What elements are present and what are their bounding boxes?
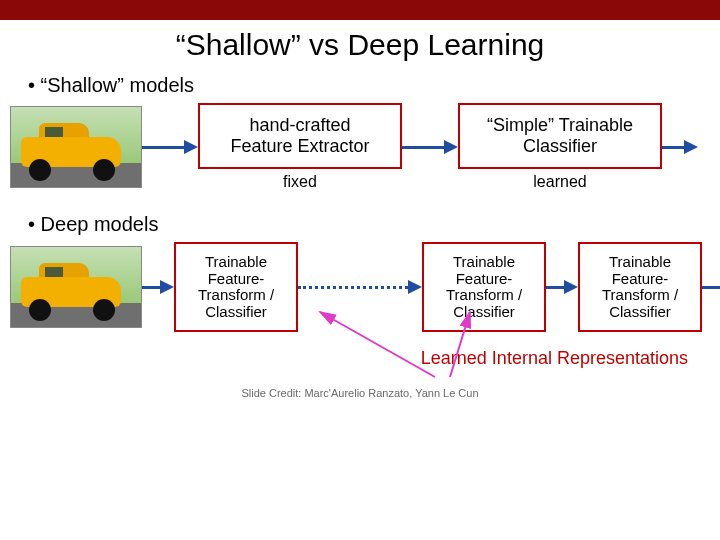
bullet-deep: Deep models	[28, 213, 720, 236]
deep-pipeline: Trainable Feature- Transform / Classifie…	[10, 242, 720, 332]
box-label: Transform /	[176, 287, 296, 304]
box-label: Feature-	[580, 271, 700, 288]
arrow-icon	[142, 280, 174, 294]
box-label: “Simple” Trainable	[460, 115, 660, 136]
box-classifier: “Simple” Trainable Classifier	[458, 103, 662, 169]
title-bar	[0, 0, 720, 20]
arrow-icon	[702, 280, 720, 294]
box-label: Transform /	[580, 287, 700, 304]
box-label: Feature Extractor	[200, 136, 400, 157]
box-label: Classifier	[176, 304, 296, 321]
caption-learned: learned	[533, 173, 586, 191]
arrow-icon	[402, 140, 458, 154]
arrow-icon	[142, 140, 198, 154]
caption-learned-internal: Learned Internal Representations	[0, 348, 688, 369]
box-label: Feature-	[424, 271, 544, 288]
box-label: Classifier	[460, 136, 660, 157]
slide-credit: Slide Credit: Marc'Aurelio Ranzato, Yann…	[0, 387, 720, 399]
box-feature-extractor: hand-crafted Feature Extractor	[198, 103, 402, 169]
slide-title: “Shallow” vs Deep Learning	[0, 28, 720, 62]
shallow-pipeline: hand-crafted Feature Extractor fixed “Si…	[10, 103, 720, 191]
box-label: Trainable	[580, 254, 700, 271]
arrow-icon	[662, 140, 698, 154]
input-image-deep	[10, 246, 142, 328]
dotted-arrow-icon	[298, 280, 422, 294]
box-label: Trainable	[176, 254, 296, 271]
box-label: Trainable	[424, 254, 544, 271]
arrow-icon	[546, 280, 578, 294]
box-label: Transform /	[424, 287, 544, 304]
box-label: Classifier	[580, 304, 700, 321]
box-label: Feature-	[176, 271, 296, 288]
input-image-shallow	[10, 106, 142, 188]
box-label: hand-crafted	[200, 115, 400, 136]
box-deep-stage-2: Trainable Feature- Transform / Classifie…	[422, 242, 546, 332]
box-deep-stage-3: Trainable Feature- Transform / Classifie…	[578, 242, 702, 332]
caption-fixed: fixed	[283, 173, 317, 191]
bullet-shallow: “Shallow” models	[28, 74, 720, 97]
box-label: Classifier	[424, 304, 544, 321]
box-deep-stage-1: Trainable Feature- Transform / Classifie…	[174, 242, 298, 332]
